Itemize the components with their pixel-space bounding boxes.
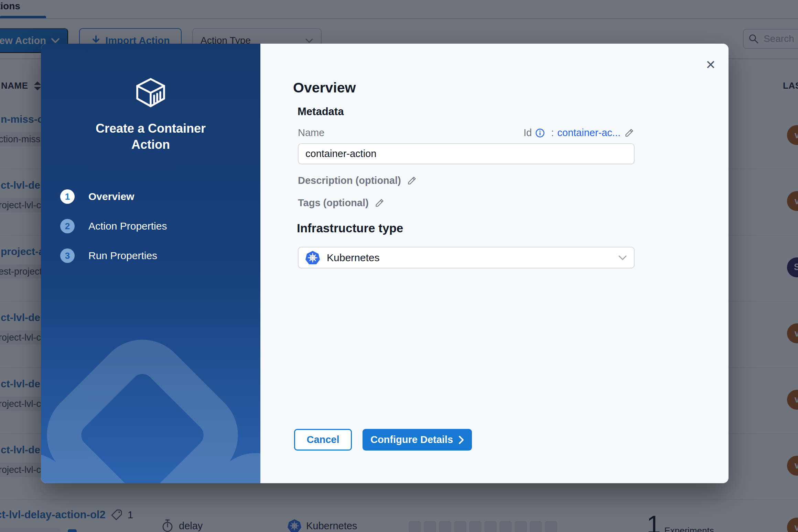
chevron-down-icon bbox=[618, 255, 627, 261]
id-label: Id bbox=[524, 127, 532, 138]
infrastructure-type-select[interactable]: Kubernetes bbox=[298, 247, 635, 268]
step-number: 2 bbox=[60, 219, 75, 233]
description-field: Description (optional) bbox=[298, 175, 417, 186]
page-title: Overview bbox=[293, 80, 356, 96]
tags-field: Tags (optional) bbox=[298, 197, 385, 209]
cancel-button[interactable]: Cancel bbox=[294, 429, 352, 451]
brand-watermark bbox=[41, 304, 260, 483]
configure-details-label: Configure Details bbox=[370, 434, 453, 445]
name-field-label: Name bbox=[298, 127, 324, 138]
wizard-steps: 1 Overview 2 Action Properties 3 Run Pro… bbox=[60, 189, 167, 263]
wizard-sidebar: Create a Container Action 1 Overview 2 A… bbox=[41, 44, 260, 483]
infrastructure-value: Kubernetes bbox=[327, 252, 379, 264]
step-action-properties[interactable]: 2 Action Properties bbox=[60, 219, 167, 233]
edit-pencil-icon[interactable] bbox=[374, 198, 385, 208]
step-number: 1 bbox=[60, 189, 75, 204]
container-box-icon bbox=[135, 77, 166, 110]
tags-label: Tags (optional) bbox=[298, 197, 369, 209]
screen: tions ew Action Import Action Action Typ… bbox=[0, 0, 798, 532]
step-number: 3 bbox=[60, 248, 75, 263]
description-label: Description (optional) bbox=[298, 175, 401, 186]
step-overview[interactable]: 1 Overview bbox=[60, 189, 167, 204]
id-row: Id : container-ac... bbox=[524, 127, 634, 138]
step-label: Run Properties bbox=[88, 250, 157, 262]
id-separator: : bbox=[551, 127, 554, 138]
edit-pencil-icon[interactable] bbox=[624, 128, 634, 138]
close-icon[interactable]: ✕ bbox=[702, 56, 720, 74]
create-container-action-modal: Create a Container Action 1 Overview 2 A… bbox=[41, 44, 729, 483]
wizard-content: ✕ Overview Metadata Name Id : container-… bbox=[260, 44, 729, 483]
metadata-section-title: Metadata bbox=[298, 106, 344, 118]
id-value-link[interactable]: container-ac... bbox=[557, 127, 621, 138]
kubernetes-icon bbox=[305, 251, 320, 265]
modal-title: Create a Container Action bbox=[75, 121, 226, 153]
name-input[interactable] bbox=[298, 143, 635, 164]
edit-pencil-icon[interactable] bbox=[407, 176, 417, 186]
step-label: Overview bbox=[88, 191, 134, 202]
step-label: Action Properties bbox=[88, 220, 167, 232]
chevron-right-icon bbox=[459, 435, 464, 444]
cancel-label: Cancel bbox=[306, 434, 339, 445]
infrastructure-section-title: Infrastructure type bbox=[297, 221, 403, 235]
step-run-properties[interactable]: 3 Run Properties bbox=[60, 248, 167, 263]
configure-details-button[interactable]: Configure Details bbox=[363, 429, 472, 451]
info-icon[interactable] bbox=[535, 128, 545, 138]
